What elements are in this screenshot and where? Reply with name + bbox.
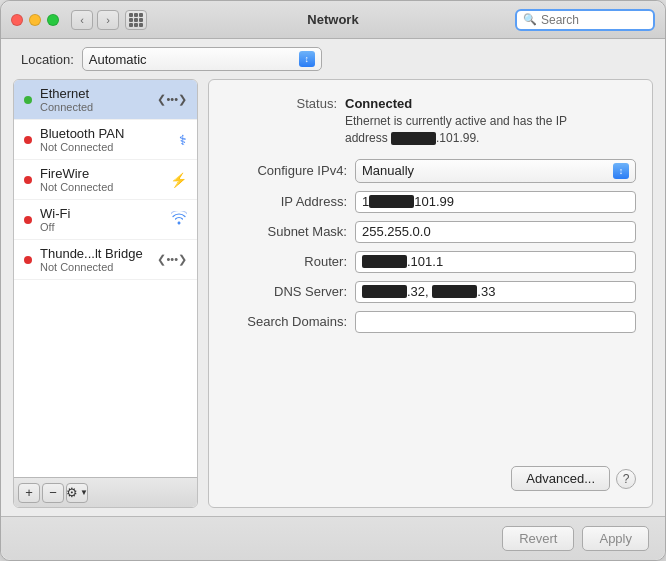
ethernet-info: Ethernet Connected <box>40 86 153 113</box>
configure-ipv4-row: Configure IPv4: Manually ↕ <box>225 159 636 183</box>
status-ip-suffix: .101.99. <box>436 131 479 145</box>
redacted-ip-octet <box>369 195 414 208</box>
chevron-up-down-icon: ↕ <box>619 166 624 176</box>
main-area: Ethernet Connected ❮•••❯ Bluetooth PAN N… <box>1 79 665 516</box>
close-button[interactable] <box>11 14 23 26</box>
ethernet-name: Ethernet <box>40 86 153 101</box>
location-dropdown-arrow: ↕ <box>299 51 315 67</box>
ethernet-arrows-icon: ❮•••❯ <box>157 93 187 106</box>
search-input[interactable] <box>541 13 647 27</box>
dns-control: .32, .33 <box>355 281 636 303</box>
search-domains-label: Search Domains: <box>225 314 355 329</box>
back-button[interactable]: ‹ <box>71 10 93 30</box>
gear-dropdown-arrow: ▼ <box>80 488 88 497</box>
search-domains-input[interactable] <box>355 311 636 333</box>
status-section: Status: Connected Ethernet is currently … <box>225 96 636 147</box>
dns-label: DNS Server: <box>225 284 355 299</box>
sidebar-toolbar: + − ⚙ ▼ <box>14 477 197 507</box>
revert-button[interactable]: Revert <box>502 526 574 551</box>
help-button[interactable]: ? <box>616 469 636 489</box>
gear-icon: ⚙ <box>66 485 78 500</box>
configure-value: Manually <box>362 163 613 178</box>
subnet-value: 255.255.0.0 <box>362 224 431 239</box>
wifi-status: Off <box>40 221 167 233</box>
configure-label: Configure IPv4: <box>225 163 355 178</box>
firewire-status: Not Connected <box>40 181 166 193</box>
sidebar: Ethernet Connected ❮•••❯ Bluetooth PAN N… <box>13 79 198 508</box>
location-dropdown[interactable]: Automatic ↕ <box>82 47 322 71</box>
wifi-info: Wi-Fi Off <box>40 206 167 233</box>
firewire-info: FireWire Not Connected <box>40 166 166 193</box>
search-domains-control <box>355 311 636 333</box>
plus-icon: + <box>25 485 33 500</box>
ethernet-status: Connected <box>40 101 153 113</box>
wifi-status-dot <box>24 216 32 224</box>
traffic-lights <box>11 14 59 26</box>
subnet-control: 255.255.0.0 <box>355 221 636 243</box>
ip-label: IP Address: <box>225 194 355 209</box>
dns-server-row: DNS Server: .32, .33 <box>225 281 636 303</box>
maximize-button[interactable] <box>47 14 59 26</box>
grid-icon <box>129 13 143 27</box>
grid-button[interactable] <box>125 10 147 30</box>
search-icon: 🔍 <box>523 13 537 26</box>
subnet-mask-row: Subnet Mask: 255.255.0.0 <box>225 221 636 243</box>
minimize-button[interactable] <box>29 14 41 26</box>
detail-footer: Advanced... ? <box>225 458 636 491</box>
router-row: Router: .101.1 <box>225 251 636 273</box>
bluetooth-status-dot <box>24 136 32 144</box>
window-footer: Revert Apply <box>1 516 665 560</box>
router-suffix: .101.1 <box>407 254 443 269</box>
location-value: Automatic <box>89 52 299 67</box>
redacted-router-prefix <box>362 255 407 268</box>
content-area: Location: Automatic ↕ Ethernet Con <box>1 39 665 516</box>
remove-network-button[interactable]: − <box>42 483 64 503</box>
ethernet-status-dot <box>24 96 32 104</box>
location-label: Location: <box>21 52 74 67</box>
bluetooth-status: Not Connected <box>40 141 175 153</box>
status-desc-prefix: Ethernet is currently active and has the… <box>345 114 567 128</box>
status-value-col: Connected Ethernet is currently active a… <box>345 96 636 147</box>
ip-prefix: 1 <box>362 194 369 209</box>
sidebar-item-wifi[interactable]: Wi-Fi Off <box>14 200 197 240</box>
nav-buttons: ‹ › <box>71 10 119 30</box>
redacted-ip-prefix <box>391 132 436 145</box>
apply-button[interactable]: Apply <box>582 526 649 551</box>
sidebar-item-firewire[interactable]: FireWire Not Connected ⚡ <box>14 160 197 200</box>
configure-dropdown[interactable]: Manually ↕ <box>355 159 636 183</box>
sidebar-item-ethernet[interactable]: Ethernet Connected ❮•••❯ <box>14 80 197 120</box>
thunderbolt-status-dot <box>24 256 32 264</box>
firewire-icon: ⚡ <box>170 172 187 188</box>
configure-control: Manually ↕ <box>355 159 636 183</box>
dns-input[interactable]: .32, .33 <box>355 281 636 303</box>
network-window: ‹ › Network 🔍 Location: Automatic ↕ <box>0 0 666 561</box>
sidebar-item-thunderbolt[interactable]: Thunde...lt Bridge Not Connected ❮•••❯ <box>14 240 197 280</box>
thunderbolt-name: Thunde...lt Bridge <box>40 246 153 261</box>
sidebar-list: Ethernet Connected ❮•••❯ Bluetooth PAN N… <box>14 80 197 477</box>
router-input[interactable]: .101.1 <box>355 251 636 273</box>
dns-suffix2: .33 <box>477 284 495 299</box>
status-desc-address: address .101.99. <box>345 131 479 145</box>
thunderbolt-arrows-icon: ❮•••❯ <box>157 253 187 266</box>
router-label: Router: <box>225 254 355 269</box>
forward-button[interactable]: › <box>97 10 119 30</box>
status-label: Status: <box>225 96 345 147</box>
sidebar-item-bluetooth[interactable]: Bluetooth PAN Not Connected ⚕ <box>14 120 197 160</box>
advanced-button[interactable]: Advanced... <box>511 466 610 491</box>
ip-address-row: IP Address: 1 101.99 <box>225 191 636 213</box>
status-description: Ethernet is currently active and has the… <box>345 113 636 147</box>
subnet-input[interactable]: 255.255.0.0 <box>355 221 636 243</box>
configure-dropdown-arrow: ↕ <box>613 163 629 179</box>
redacted-dns1 <box>362 285 407 298</box>
wifi-icon <box>171 211 187 228</box>
search-box[interactable]: 🔍 <box>515 9 655 31</box>
status-connected-text: Connected <box>345 96 636 111</box>
network-settings-button[interactable]: ⚙ ▼ <box>66 483 88 503</box>
bluetooth-icon: ⚕ <box>179 132 187 148</box>
bluetooth-name: Bluetooth PAN <box>40 126 175 141</box>
thunderbolt-info: Thunde...lt Bridge Not Connected <box>40 246 153 273</box>
ip-input[interactable]: 1 101.99 <box>355 191 636 213</box>
chevron-up-down-icon: ↕ <box>305 54 310 64</box>
add-network-button[interactable]: + <box>18 483 40 503</box>
search-domains-row: Search Domains: <box>225 311 636 333</box>
